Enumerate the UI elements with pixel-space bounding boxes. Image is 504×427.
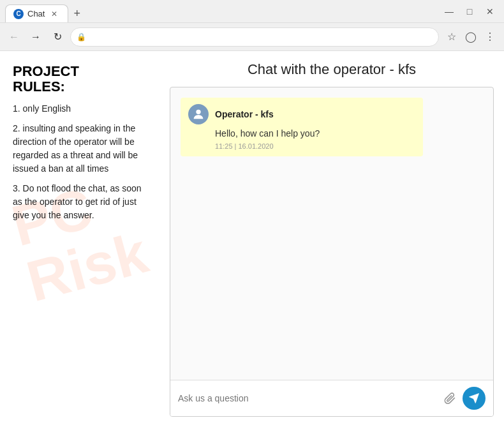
message-text: Hello, how can I help you? <box>188 128 415 139</box>
tab-label: Chat <box>27 9 45 19</box>
account-button[interactable]: ◯ <box>462 28 480 46</box>
tab-bar: C Chat ✕ + <box>5 0 435 22</box>
rule-2: 2. insulting and speaking in the directi… <box>13 122 147 176</box>
tab-favicon: C <box>13 9 24 19</box>
message-header: Operator - kfs <box>188 104 415 124</box>
lock-icon: 🔒 <box>77 33 86 41</box>
address-bar: ← → ↻ 🔒 ☆ ◯ ⋮ <box>0 23 504 51</box>
forward-button[interactable]: → <box>27 28 45 46</box>
address-display[interactable] <box>70 27 439 47</box>
menu-button[interactable]: ⋮ <box>481 28 499 46</box>
rules-title: PROJECT RULES: <box>13 64 147 94</box>
chat-messages: Operator - kfs Hello, how can I help you… <box>170 87 493 380</box>
restore-button[interactable]: □ <box>461 3 478 20</box>
chat-box: Operator - kfs Hello, how can I help you… <box>170 87 494 417</box>
message-block: Operator - kfs Hello, how can I help you… <box>181 98 423 156</box>
chat-input-area <box>170 380 493 416</box>
bookmark-button[interactable]: ☆ <box>443 28 461 46</box>
back-button[interactable]: ← <box>5 28 23 46</box>
active-tab[interactable]: C Chat ✕ <box>5 4 68 22</box>
toolbar-right: ☆ ◯ ⋮ <box>443 28 499 46</box>
message-time: 11:25 | 16.01.2020 <box>188 142 415 150</box>
operator-name: Operator - kfs <box>215 109 274 119</box>
rule-3: 3. Do not flood the chat, as soon as the… <box>13 182 147 222</box>
left-panel: PCRisk PROJECT RULES: 1. only English 2.… <box>0 51 159 427</box>
send-button[interactable] <box>463 387 485 410</box>
address-bar-inner: 🔒 <box>70 27 439 47</box>
title-bar: C Chat ✕ + — □ ✕ <box>0 0 504 23</box>
page-content: PCRisk PROJECT RULES: 1. only English 2.… <box>0 51 504 427</box>
close-button[interactable]: ✕ <box>481 3 499 20</box>
browser-window: C Chat ✕ + — □ ✕ ← → ↻ 🔒 ☆ ◯ ⋮ PCRisk <box>0 0 504 427</box>
avatar <box>188 104 209 124</box>
reload-button[interactable]: ↻ <box>48 28 66 46</box>
tab-close-button[interactable]: ✕ <box>48 8 60 20</box>
window-controls: — □ ✕ <box>440 3 499 20</box>
right-panel: Chat with the operator - kfs Operator - … <box>159 51 504 427</box>
attachment-button[interactable] <box>443 392 456 405</box>
left-panel-content: PROJECT RULES: 1. only English 2. insult… <box>13 64 147 222</box>
svg-point-0 <box>196 110 200 114</box>
chat-title: Chat with the operator - kfs <box>170 61 494 78</box>
rule-1: 1. only English <box>13 102 147 116</box>
chat-input[interactable] <box>178 393 437 403</box>
minimize-button[interactable]: — <box>440 3 458 20</box>
new-tab-button[interactable]: + <box>68 4 85 22</box>
